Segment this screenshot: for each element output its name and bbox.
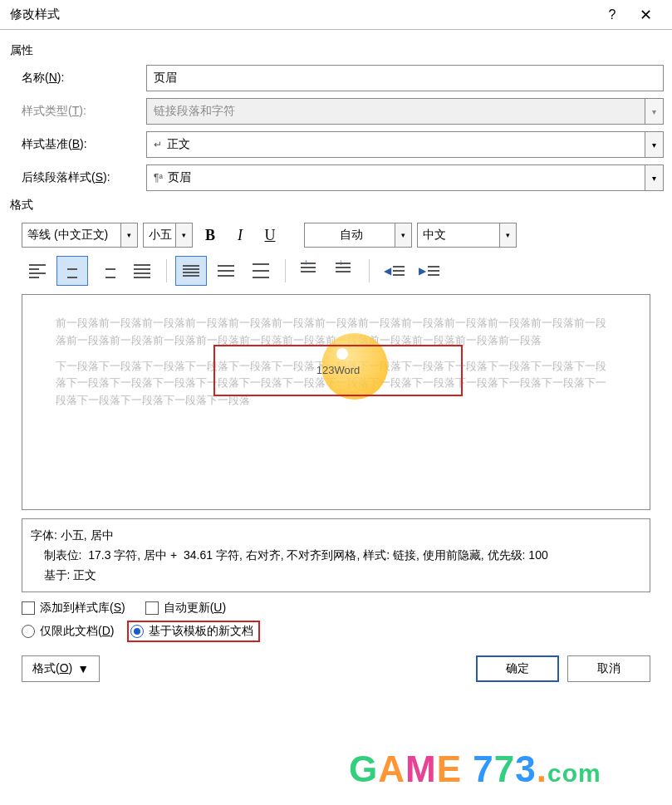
preview-pane: 前一段落前一段落前一段落前一段落前一段落前一段落前一段落前一段落前一段落前一段落… xyxy=(22,294,650,510)
align-justify-button[interactable] xyxy=(126,256,158,286)
indent-decrease-button[interactable]: ◀ xyxy=(378,256,410,286)
line-spacing-2-button[interactable] xyxy=(245,256,277,286)
preview-sample-highlight: 123Word xyxy=(213,345,463,396)
section-format: 格式 xyxy=(10,198,664,213)
checkbox-icon xyxy=(145,601,159,615)
help-button[interactable]: ? xyxy=(596,7,629,22)
titlebar: 修改样式 ? ✕ xyxy=(0,0,672,30)
based-on-value: 正文 xyxy=(167,137,190,152)
auto-update-label: 自动更新(U) xyxy=(164,601,226,616)
font-family-value: 等线 (中文正文) xyxy=(27,228,108,243)
cancel-button[interactable]: 取消 xyxy=(567,655,650,682)
watermark-text: GAME 773.com xyxy=(349,749,601,790)
style-description: 字体: 小五, 居中 制表位: 17.3 字符, 居中 + 34.61 字符, … xyxy=(22,518,650,592)
label-style-type: 样式类型(T): xyxy=(22,104,138,119)
template-based-label: 基于该模板的新文档 xyxy=(149,624,253,639)
based-on-select[interactable]: ↵ 正文 ▾ xyxy=(146,131,664,158)
underline-button[interactable]: U xyxy=(258,223,282,248)
italic-button[interactable]: I xyxy=(228,223,253,248)
separator xyxy=(285,259,286,282)
chevron-down-icon[interactable]: ▾ xyxy=(645,165,663,190)
font-color-value: 自动 xyxy=(340,228,363,243)
font-family-select[interactable]: 等线 (中文正文) ▾ xyxy=(22,223,138,248)
format-menu-label: 格式(O) xyxy=(32,661,72,676)
chevron-down-icon[interactable]: ▾ xyxy=(175,223,192,247)
desc-line-2: 制表位: 17.3 字符, 居中 + 34.61 字符, 右对齐, 不对齐到网格… xyxy=(31,546,641,566)
label-based-on: 样式基准(B): xyxy=(22,137,138,152)
font-size-value: 小五 xyxy=(149,228,172,243)
line-spacing-1-5-button[interactable] xyxy=(210,256,242,286)
label-following: 后续段落样式(S): xyxy=(22,170,138,185)
preview-sample-text: 123Word xyxy=(316,362,361,380)
chevron-down-icon[interactable]: ▾ xyxy=(120,223,137,247)
chevron-down-icon[interactable]: ▾ xyxy=(499,223,516,247)
chevron-down-icon: ▾ xyxy=(645,99,663,124)
name-input[interactable]: 页眉 xyxy=(146,65,664,91)
space-before-increase-button[interactable]: ↑ xyxy=(294,256,326,286)
doc-only-radio[interactable]: 仅限此文档(D) xyxy=(22,624,114,639)
chevron-down-icon[interactable]: ▾ xyxy=(395,223,411,247)
style-type-value: 链接段落和字符 xyxy=(154,104,235,119)
radio-icon xyxy=(130,625,144,638)
space-before-decrease-button[interactable]: ↓ xyxy=(329,256,361,286)
script-select[interactable]: 中文 ▾ xyxy=(417,223,517,248)
following-value: 页眉 xyxy=(168,170,191,185)
name-value: 页眉 xyxy=(154,71,177,86)
add-to-gallery-label: 添加到样式库(S) xyxy=(40,601,125,616)
chevron-down-icon[interactable]: ▾ xyxy=(645,132,663,157)
format-menu-button[interactable]: 格式(O) ▼ xyxy=(22,655,100,682)
pilcrow-icon: ¶ª xyxy=(154,172,163,184)
ok-button[interactable]: 确定 xyxy=(476,655,559,682)
auto-update-checkbox[interactable]: 自动更新(U) xyxy=(145,601,226,616)
dialog-title: 修改样式 xyxy=(10,7,596,22)
script-value: 中文 xyxy=(423,228,446,243)
close-button[interactable]: ✕ xyxy=(629,6,662,24)
label-name: 名称(N): xyxy=(22,71,138,86)
chevron-down-icon: ▼ xyxy=(77,662,89,675)
add-to-gallery-checkbox[interactable]: 添加到样式库(S) xyxy=(22,601,125,616)
desc-line-3: 基于: 正文 xyxy=(31,566,641,586)
align-center-button[interactable] xyxy=(56,256,88,286)
desc-line-1: 字体: 小五, 居中 xyxy=(31,526,641,546)
separator xyxy=(166,259,167,282)
bold-button[interactable]: B xyxy=(198,223,223,248)
line-spacing-1-button[interactable] xyxy=(175,256,207,286)
font-size-select[interactable]: 小五 ▾ xyxy=(143,223,193,248)
doc-only-label: 仅限此文档(D) xyxy=(40,624,114,639)
align-left-button[interactable] xyxy=(22,256,53,286)
font-color-select[interactable]: 自动 ▾ xyxy=(304,223,412,248)
paragraph-icon: ↵ xyxy=(154,139,162,150)
section-properties: 属性 xyxy=(10,43,664,58)
radio-icon xyxy=(22,625,35,638)
indent-increase-button[interactable]: ▶ xyxy=(413,256,444,286)
separator xyxy=(369,259,370,282)
checkbox-icon xyxy=(22,601,35,615)
align-right-button[interactable] xyxy=(91,256,123,286)
style-type-select: 链接段落和字符 ▾ xyxy=(146,98,664,125)
following-select[interactable]: ¶ª 页眉 ▾ xyxy=(146,164,664,191)
template-based-radio[interactable]: 基于该模板的新文档 xyxy=(127,621,260,642)
